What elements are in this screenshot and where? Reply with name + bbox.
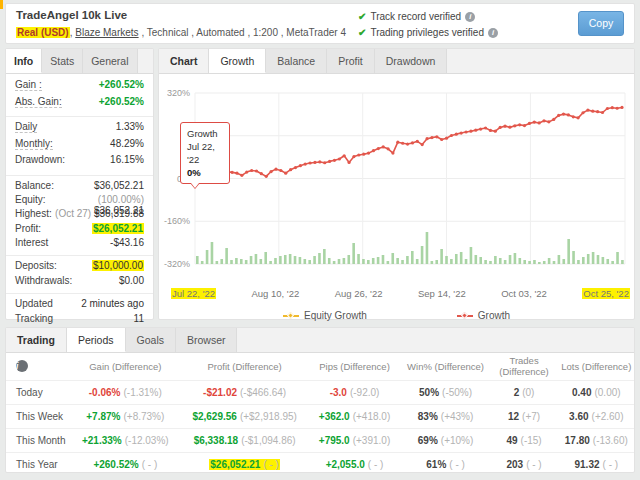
highlighted-profit-cell: $26,052.21( - ) [209,459,280,470]
tab-goals[interactable]: Goals [126,328,176,352]
stat-highest: Highest:(Oct 27) $36,319.88 [15,208,144,222]
chart-tabbar: Chart Growth Balance Profit Drawdown [159,49,634,74]
tab-browser[interactable]: Browser [176,328,238,352]
verification-block: ✔Track record verifiedi ✔Trading privile… [358,9,498,41]
tooltip-arrow [190,183,200,189]
x-tick: Oct 25, '22 [582,288,630,299]
col-win: Win% (Difference) [402,353,490,380]
info-icon[interactable]: i [465,12,475,22]
stat-balance: Balance:$36,052.21 [15,180,144,194]
growth-marker-icon [457,315,473,317]
stat-daily: Daily1.33% [15,121,144,138]
account-title: TradeAngel 10k Live [16,9,127,21]
tab-info[interactable]: Info [6,49,42,73]
svg-text:-320%: -320% [164,259,190,269]
tab-stats[interactable]: Stats [42,49,83,73]
period-row-this-week: This Week +7.87%(+8.73%) $2,629.56(+$2,9… [6,404,634,428]
stat-abs-gain: Abs. Gain:+260.52% [15,96,144,113]
legend-growth[interactable]: Growth [457,310,510,321]
tab-profit[interactable]: Profit [327,49,375,73]
account-type-badge: Real (USD) [16,27,70,38]
stat-tracking: Tracking11 [15,313,144,327]
divider [6,293,153,294]
stat-equity: Equity:(100.00%) $36,052.21 [15,194,144,208]
stat-updated: Updated2 minutes ago [15,298,144,312]
divider [6,116,153,117]
periods-tabbar: Trading Periods Goals Browser [6,328,634,353]
equity-growth-marker-icon [283,315,299,317]
col-lots: Lots (Difference) [559,353,634,380]
info-panel: Info Stats General Gain :+260.52% Abs. G… [5,48,154,320]
period-row-today: Today -0.06%(-1.31%) -$21.02(-$466.64) -… [6,380,634,404]
chart-section-label: Chart [159,49,209,73]
info-icon[interactable]: i [488,28,498,38]
x-axis-labels: Jul 22, '22 Aug 10, '22 Aug 26, '22 Sep … [171,288,630,299]
track-record-verified: ✔Track record verifiedi [358,9,498,25]
period-row-this-year: This Year +260.52%( - ) $26,052.21( - ) … [6,452,634,476]
account-header: TradeAngel 10k Live Real (USD), Blaze Ma… [5,3,635,44]
col-gain: Gain (Difference) [69,353,182,380]
tab-general[interactable]: General [83,49,137,73]
trading-section-label: Trading [6,328,67,352]
stats-list: Gain :+260.52% Abs. Gain:+260.52% Daily1… [6,74,153,327]
growth-chart[interactable]: 320%0%-160%-320% Growth Jul 22, '22 0% J… [159,74,634,320]
periods-panel: Trading Periods Goals Browser i Gain (Di… [5,327,635,473]
col-trades: Trades (Difference) [490,353,559,380]
divider [6,175,153,176]
stat-interest: Interest-$43.16 [15,237,144,251]
col-pips: Pips (Difference) [307,353,401,380]
svg-text:320%: 320% [167,88,190,98]
svg-text:-160%: -160% [164,216,190,226]
stat-drawdown: Drawdown:16.15% [15,154,144,171]
stat-withdrawals: Withdrawals:$0.00 [15,275,144,289]
x-tick: Jul 22, '22 [171,288,216,299]
copy-button[interactable]: Copy [578,11,624,36]
period-row-this-month: This Month +21.33%(-12.03%) $6,338.18(-$… [6,428,634,452]
check-icon: ✔ [358,27,366,38]
page-edge-artifact [0,0,3,9]
info-icon[interactable]: i [16,360,28,372]
info-tabbar: Info Stats General [6,49,153,74]
chart-tooltip: Growth Jul 22, '22 0% [180,122,230,184]
periods-table: i Gain (Difference) Profit (Difference) … [6,353,634,476]
account-subtitle: Real (USD), Blaze Markets , Technical , … [16,27,346,38]
table-header-row: i Gain (Difference) Profit (Difference) … [6,353,634,380]
tab-periods[interactable]: Periods [67,328,126,352]
chart-legend: Equity Growth Growth [159,310,634,321]
col-profit: Profit (Difference) [182,353,308,380]
x-tick: Aug 10, '22 [251,288,299,299]
tab-balance[interactable]: Balance [266,49,327,73]
divider [6,255,153,256]
check-icon: ✔ [358,11,366,22]
legend-equity-growth[interactable]: Equity Growth [283,310,367,321]
stat-gain: Gain :+260.52% [15,79,144,96]
x-tick: Oct 03, '22 [501,288,547,299]
x-tick: Sep 14, '22 [418,288,466,299]
stat-deposits: Deposits:$10,000.00 [15,260,144,274]
stat-profit: Profit:$26,052.21 [15,223,144,237]
growth-chart-plot[interactable]: 320%0%-160%-320% [163,86,632,276]
tab-growth[interactable]: Growth [209,49,266,73]
chart-panel: Chart Growth Balance Profit Drawdown 320… [158,48,635,320]
broker-link[interactable]: Blaze Markets [75,27,138,38]
trading-privileges-verified: ✔Trading privileges verifiedi [358,25,498,41]
tab-drawdown[interactable]: Drawdown [375,49,448,73]
account-meta: , Technical , Automated , 1:200 , MetaTr… [139,27,346,38]
stat-monthly: Monthly:48.29% [15,138,144,155]
x-tick: Aug 26, '22 [335,288,383,299]
